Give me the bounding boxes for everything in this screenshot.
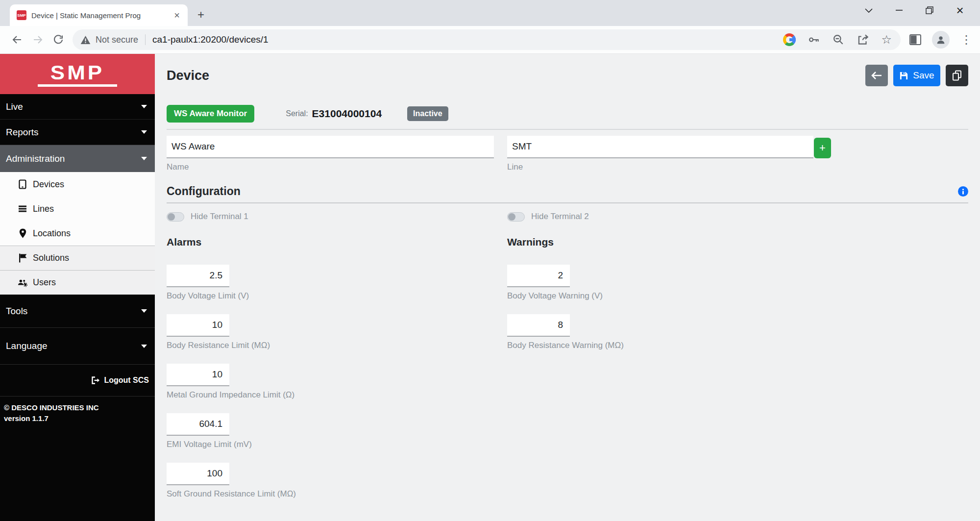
caret-down-icon <box>141 130 147 134</box>
reload-icon[interactable] <box>48 29 69 50</box>
add-line-button[interactable]: + <box>814 138 831 158</box>
warning-field: Body Resistance Warning (MΩ) <box>507 314 831 350</box>
new-tab-button[interactable]: + <box>194 7 208 22</box>
toolbar-right-icons: ⋮ <box>909 31 972 49</box>
line-field-group: + Line <box>507 136 831 172</box>
alarms-column: Alarms Body Voltage Limit (V) Body Resis… <box>167 236 494 512</box>
hide-terminal-2-toggle[interactable] <box>507 212 525 222</box>
omnibox-divider <box>145 34 146 45</box>
profile-avatar[interactable] <box>932 31 950 49</box>
version-text: version 1.1.7 <box>4 413 155 424</box>
bookmark-star-icon[interactable]: ☆ <box>881 34 892 46</box>
sidebar-item-locations[interactable]: Locations <box>0 221 155 246</box>
back-button[interactable] <box>865 65 888 86</box>
back-nav-icon[interactable] <box>7 29 27 50</box>
metal-ground-impedance-limit-input[interactable] <box>167 364 229 386</box>
url-text[interactable]: ca1-paulx1:20200/devices/1 <box>152 34 269 45</box>
password-key-icon[interactable] <box>808 33 820 46</box>
body-resistance-warning-input[interactable] <box>507 314 570 337</box>
tab-strip: SMP Device | Static Management Prog × + … <box>0 0 980 26</box>
alarm-field: Soft Ground Resistance Limit (MΩ) <box>167 463 494 499</box>
limits-section: Alarms Body Voltage Limit (V) Body Resis… <box>167 236 968 512</box>
logo-underline <box>38 84 117 87</box>
serial-value: E31004000104 <box>312 108 382 120</box>
sidebar-item-users[interactable]: Users <box>0 270 155 295</box>
share-icon[interactable] <box>857 33 869 46</box>
caret-down-icon <box>141 157 147 160</box>
hide-terminal-1-toggle[interactable] <box>167 212 184 222</box>
name-field-group: Name <box>167 136 494 172</box>
emi-voltage-limit-input[interactable] <box>167 413 229 436</box>
info-icon[interactable] <box>958 186 968 197</box>
caret-down-icon <box>141 105 147 108</box>
sidebar: SMP Live Reports Administration <box>0 54 155 521</box>
body-voltage-warning-input[interactable] <box>507 265 570 287</box>
hide-terminal-1-group: Hide Terminal 1 <box>167 212 494 222</box>
close-window-button[interactable]: × <box>945 0 975 21</box>
not-secure-warning-icon[interactable] <box>80 35 91 45</box>
browser-toolbar: Not secure ca1-paulx1:20200/devices/1 <box>0 26 980 54</box>
toggle-knob <box>168 213 175 221</box>
toggle-knob <box>508 213 515 221</box>
sidebar-item-devices[interactable]: Devices <box>0 172 155 197</box>
alarm-field: EMI Voltage Limit (mV) <box>167 413 494 449</box>
sidebar-item-administration[interactable]: Administration <box>0 145 155 172</box>
google-icon[interactable] <box>783 33 796 46</box>
sidebar-item-solutions[interactable]: Solutions <box>0 246 155 270</box>
name-input[interactable] <box>167 136 494 158</box>
alarm-field: Body Resistance Limit (MΩ) <box>167 314 494 350</box>
tab-search-chevron-icon[interactable] <box>854 0 884 21</box>
app-frame: SMP Live Reports Administration <box>0 54 980 521</box>
caret-down-icon <box>141 309 147 313</box>
logout-button[interactable]: Logout SCS <box>0 365 155 397</box>
hide-terminal-2-group: Hide Terminal 2 <box>507 212 831 222</box>
flag-icon <box>18 253 27 263</box>
logout-icon <box>91 376 100 384</box>
device-type-badge: WS Aware Monitor <box>167 105 254 123</box>
serial-label: Serial: <box>286 109 308 118</box>
map-pin-icon <box>18 228 27 238</box>
side-panel-icon[interactable] <box>909 34 921 45</box>
alarm-field: Body Voltage Limit (V) <box>167 265 494 301</box>
save-button[interactable]: Save <box>893 65 940 86</box>
restore-button[interactable] <box>914 0 945 21</box>
caret-down-icon <box>141 345 147 348</box>
soft-ground-resistance-limit-input[interactable] <box>167 463 229 485</box>
tab-close-icon[interactable]: × <box>171 9 183 21</box>
body-voltage-limit-input[interactable] <box>167 265 229 287</box>
hide-terminal-2-label: Hide Terminal 2 <box>531 212 589 222</box>
sidebar-item-language[interactable]: Language <box>0 328 155 365</box>
copy-device-button[interactable] <box>946 65 968 86</box>
copyright-text: © DESCO INDUSTRIES INC <box>4 402 155 413</box>
divider <box>167 129 968 130</box>
smp-logo[interactable]: SMP <box>0 54 155 94</box>
sidebar-footer: © DESCO INDUSTRIES INC version 1.1.7 <box>0 397 155 424</box>
line-input[interactable] <box>507 136 813 158</box>
sidebar-item-lines[interactable]: Lines <box>0 197 155 221</box>
body-resistance-limit-input[interactable] <box>167 314 229 337</box>
page-title: Device <box>167 68 209 83</box>
warning-field: Body Voltage Warning (V) <box>507 265 831 301</box>
device-form-row: Name + Line <box>167 136 968 172</box>
sidebar-item-live[interactable]: Live <box>0 94 155 120</box>
address-bar[interactable]: Not secure ca1-paulx1:20200/devices/1 <box>73 29 901 50</box>
zoom-out-icon[interactable] <box>832 33 845 46</box>
favicon-smp: SMP <box>17 10 26 20</box>
window-controls: × <box>854 0 980 21</box>
users-gear-icon <box>18 278 27 288</box>
sidebar-item-tools[interactable]: Tools <box>0 295 155 328</box>
list-lines-icon <box>18 204 27 214</box>
alarms-title: Alarms <box>167 236 494 248</box>
sidebar-item-reports[interactable]: Reports <box>0 120 155 145</box>
floppy-disk-icon <box>899 71 908 80</box>
header-actions: Save <box>865 65 968 86</box>
browser-tab[interactable]: SMP Device | Static Management Prog × <box>10 4 188 26</box>
minimize-button[interactable] <box>884 0 914 21</box>
forward-nav-icon[interactable] <box>27 29 48 50</box>
browser-window: SMP Device | Static Management Prog × + … <box>0 0 980 521</box>
not-secure-label[interactable]: Not secure <box>96 35 138 45</box>
configuration-title: Configuration <box>167 185 241 198</box>
arrow-left-icon <box>871 71 882 80</box>
device-status-row: WS Aware Monitor Serial: E31004000104 In… <box>167 105 968 123</box>
browser-menu-icon[interactable]: ⋮ <box>960 34 972 46</box>
